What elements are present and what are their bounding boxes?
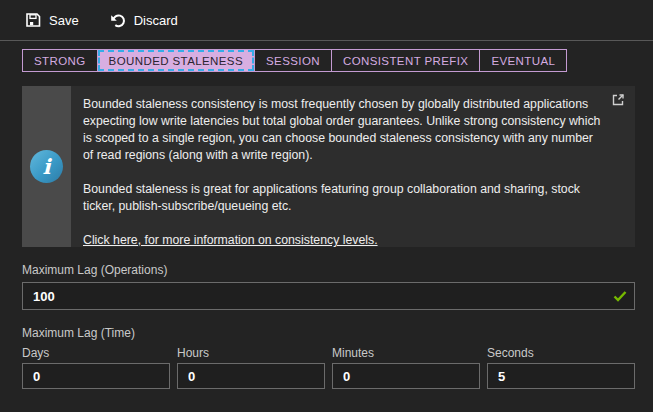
discard-button-label: Discard [134,13,178,28]
max-lag-time-label: Maximum Lag (Time) [22,326,635,340]
max-lag-operations-label: Maximum Lag (Operations) [22,263,635,277]
external-link-icon[interactable] [611,93,625,107]
info-paragraph-1: Bounded staleness consistency is most fr… [83,96,601,164]
max-lag-operations-section: Maximum Lag (Operations) [22,263,635,310]
minutes-label: Minutes [332,346,480,360]
hours-field: Hours [177,346,325,389]
more-info-link[interactable]: Click here, for more information on cons… [83,233,378,247]
hours-label: Hours [177,346,325,360]
tab-eventual[interactable]: EVENTUAL [479,49,567,72]
consistency-level-tabs: STRONG BOUNDED STALENESS SESSION CONSIST… [22,49,653,72]
max-lag-operations-input[interactable] [22,282,635,310]
tab-bounded-staleness[interactable]: BOUNDED STALENESS [97,49,255,72]
info-panel-text: Bounded staleness consistency is most fr… [71,86,635,247]
discard-button[interactable]: Discard [109,12,178,29]
command-bar: Save Discard [0,0,653,41]
save-button[interactable]: Save [25,12,79,28]
tab-consistent-prefix[interactable]: CONSISTENT PREFIX [331,49,480,72]
minutes-field: Minutes [332,346,480,389]
info-paragraph-2: Bounded staleness is great for applicati… [83,181,601,215]
info-panel-strip: i [22,86,71,247]
seconds-label: Seconds [487,346,635,360]
max-lag-time-section: Maximum Lag (Time) Days Hours Minutes Se… [22,326,635,389]
info-panel: i Bounded staleness consistency is most … [22,86,635,247]
seconds-input[interactable] [487,363,635,389]
seconds-field: Seconds [487,346,635,389]
save-icon [25,12,41,28]
discard-undo-icon [109,12,126,29]
minutes-input[interactable] [332,363,480,389]
tab-session[interactable]: SESSION [254,49,332,72]
tab-strong[interactable]: STRONG [22,49,98,72]
days-input[interactable] [22,363,170,389]
days-field: Days [22,346,170,389]
valid-checkmark-icon [612,288,628,304]
save-button-label: Save [49,13,79,28]
hours-input[interactable] [177,363,325,389]
info-icon: i [30,150,63,183]
days-label: Days [22,346,170,360]
